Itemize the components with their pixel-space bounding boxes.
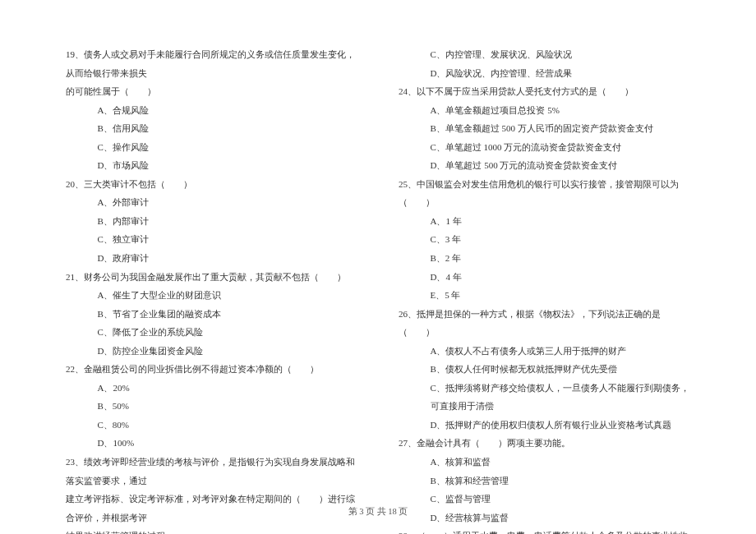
q23-option-d: D、风险状况、内控管理、经营成果 — [399, 64, 690, 83]
q22-stem: 22、金融租赁公司的同业拆借比例不得超过资本净额的（ ） — [66, 360, 357, 379]
q25-option-d: D、4 年 — [399, 268, 690, 287]
q21-stem: 21、财务公司为我国金融发展作出了重大贡献，其贡献不包括（ ） — [66, 268, 357, 287]
page-footer: 第 3 页 共 18 页 — [0, 506, 756, 518]
q26-option-c: C、抵押须将财产移交给债权人，一旦债务人不能履行到期债务，可直接用于清偿 — [399, 379, 690, 416]
question-20: 20、三大类审计不包括（ ） A、外部审计 B、内部审计 C、独立审计 D、政府… — [66, 175, 357, 268]
q25-option-e: E、5 年 — [399, 286, 690, 305]
q23-stem-line3: 结果改进经营管理的过程。 — [66, 527, 357, 534]
q21-option-c: C、降低了企业的系统风险 — [66, 323, 357, 342]
q20-option-c: C、独立审计 — [66, 230, 357, 249]
q27-stem: 27、金融会计具有（ ）两项主要功能。 — [399, 434, 690, 453]
q20-option-d: D、政府审计 — [66, 249, 357, 268]
exam-page: 19、债务人或交易对手未能履行合同所规定的义务或信任质量发生变化，从而给银行带来… — [0, 0, 756, 534]
q21-option-b: B、节省了企业集团的融资成本 — [66, 305, 357, 324]
q20-option-b: B、内部审计 — [66, 212, 357, 231]
q19-option-a: A、合规风险 — [66, 101, 357, 120]
q24-option-a: A、单笔金额超过项目总投资 5% — [399, 101, 690, 120]
q23-option-c: C、内控管理、发展状况、风险状况 — [399, 45, 690, 64]
q28-stem-line1: 28、（ ）适用于水费、电费、电话费等付款人众多及分散的事业性收费结算，在同城、… — [399, 527, 690, 534]
q25-option-a: A、1 年 — [399, 212, 690, 231]
q25-option-c: C、3 年 — [399, 230, 690, 249]
question-25: 25、中国银监会对发生信用危机的银行可以实行接管，接管期限可以为（ ） A、1 … — [399, 175, 690, 305]
question-28: 28、（ ）适用于水费、电费、电话费等付款人众多及分散的事业性收费结算，在同城、… — [399, 527, 690, 534]
q24-stem: 24、以下不属于应当采用贷款人受托支付方式的是（ ） — [399, 82, 690, 101]
q19-stem-line1: 19、债务人或交易对手未能履行合同所规定的义务或信任质量发生变化，从而给银行带来… — [66, 45, 357, 82]
q19-stem-line2: 的可能性属于（ ） — [66, 82, 357, 101]
q26-stem: 26、抵押是担保的一种方式，根据《物权法》，下列说法正确的是（ ） — [399, 305, 690, 342]
question-24: 24、以下不属于应当采用贷款人受托支付方式的是（ ） A、单笔金额超过项目总投资… — [399, 82, 690, 175]
question-22: 22、金融租赁公司的同业拆借比例不得超过资本净额的（ ） A、20% B、50%… — [66, 360, 357, 453]
q21-option-a: A、催生了大型企业的财团意识 — [66, 286, 357, 305]
question-26: 26、抵押是担保的一种方式，根据《物权法》，下列说法正确的是（ ） A、债权人不… — [399, 305, 690, 435]
right-column: C、内控管理、发展状况、风险状况 D、风险状况、内控管理、经营成果 24、以下不… — [399, 45, 690, 501]
question-19: 19、债务人或交易对手未能履行合同所规定的义务或信任质量发生变化，从而给银行带来… — [66, 45, 357, 175]
left-column: 19、债务人或交易对手未能履行合同所规定的义务或信任质量发生变化，从而给银行带来… — [66, 45, 357, 501]
q22-option-c: C、80% — [66, 416, 357, 435]
q24-option-b: B、单笔金额超过 500 万人民币的固定资产贷款资金支付 — [399, 119, 690, 138]
q19-option-b: B、信用风险 — [66, 119, 357, 138]
q24-option-c: C、单笔超过 1000 万元的流动资金贷款资金支付 — [399, 138, 690, 157]
q27-option-a: A、核算和监督 — [399, 453, 690, 472]
q26-option-a: A、债权人不占有债务人或第三人用于抵押的财产 — [399, 342, 690, 361]
q22-option-d: D、100% — [66, 434, 357, 453]
q21-option-d: D、防控企业集团资金风险 — [66, 342, 357, 361]
q19-option-c: C、操作风险 — [66, 138, 357, 157]
q23-stem-line1: 23、绩效考评即经营业绩的考核与评价，是指银行为实现自身发展战略和落实监管要求，… — [66, 453, 357, 490]
q25-option-b: B、2 年 — [399, 249, 690, 268]
question-23: 23、绩效考评即经营业绩的考核与评价，是指银行为实现自身发展战略和落实监管要求，… — [66, 453, 357, 534]
q26-option-b: B、债权人任何时候都无权就抵押财产优先受偿 — [399, 360, 690, 379]
q22-option-a: A、20% — [66, 379, 357, 398]
q20-option-a: A、外部审计 — [66, 193, 357, 212]
q26-option-d: D、抵押财产的使用权归债权人所有银行业从业资格考试真题 — [399, 416, 690, 435]
q25-stem: 25、中国银监会对发生信用危机的银行可以实行接管，接管期限可以为（ ） — [399, 175, 690, 212]
q24-option-d: D、单笔超过 500 万元的流动资金贷款资金支付 — [399, 156, 690, 175]
q20-stem: 20、三大类审计不包括（ ） — [66, 175, 357, 194]
q22-option-b: B、50% — [66, 397, 357, 416]
q27-option-b: B、核算和经营管理 — [399, 472, 690, 490]
question-21: 21、财务公司为我国金融发展作出了重大贡献，其贡献不包括（ ） A、催生了大型企… — [66, 268, 357, 361]
q19-option-d: D、市场风险 — [66, 156, 357, 175]
